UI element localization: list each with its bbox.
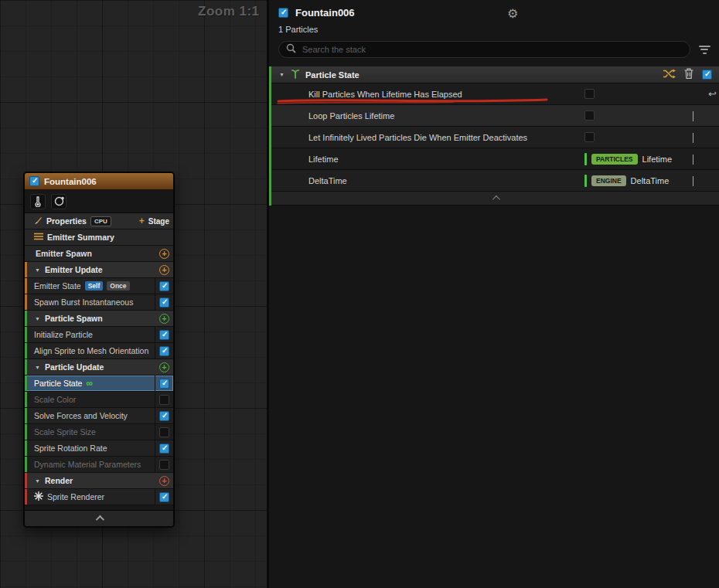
collapse-triangle-icon[interactable]: ▼: [278, 72, 285, 77]
stack-search-input[interactable]: [301, 44, 683, 55]
emitter-node-title: Fountain006: [44, 177, 97, 186]
node-row-sprite-renderer[interactable]: Sprite Renderer: [25, 489, 173, 505]
node-row-scale-sprite-size[interactable]: Scale Sprite Size: [25, 424, 173, 440]
lifetime-value[interactable]: Lifetime: [642, 155, 673, 164]
spawn-burst-checkbox[interactable]: [159, 297, 169, 308]
emitter-enabled-checkbox[interactable]: [278, 8, 288, 18]
stack-collapse-button[interactable]: [271, 192, 719, 206]
emitter-node-toolbar: [25, 190, 173, 213]
emitter-node-header[interactable]: Fountain006: [25, 173, 173, 190]
emitter-state-label: Emitter State: [34, 281, 81, 291]
emitter-update-label: Emitter Update: [45, 265, 103, 274]
collapse-triangle-icon[interactable]: ▼: [34, 267, 41, 273]
node-row-particle-spawn[interactable]: ▼ Particle Spawn +: [25, 311, 173, 327]
node-row-align-sprite[interactable]: Align Sprite to Mesh Orientation: [25, 343, 173, 359]
sprite-rotation-checkbox[interactable]: [159, 444, 169, 454]
property-row-deltatime[interactable]: DeltaTime ENGINE DeltaTime: [271, 170, 719, 192]
chevron-down-icon[interactable]: [693, 155, 693, 164]
node-row-particle-state[interactable]: Particle State ∞: [25, 376, 173, 392]
particles-namespace-pill[interactable]: PARTICLES: [591, 154, 638, 165]
node-row-properties[interactable]: Properties CPU + Stage: [25, 213, 173, 229]
orbit-icon[interactable]: [51, 194, 66, 209]
align-sprite-label: Align Sprite to Mesh Orientation: [34, 346, 148, 355]
node-row-solve-forces[interactable]: Solve Forces and Velocity: [25, 408, 173, 424]
node-row-spawn-burst[interactable]: Spawn Burst Instantaneous: [25, 294, 173, 311]
trash-icon[interactable]: [684, 68, 693, 82]
scale-sprite-size-checkbox[interactable]: [159, 427, 169, 437]
filter-icon[interactable]: [697, 46, 711, 54]
deltatime-value[interactable]: DeltaTime: [631, 176, 670, 185]
input-link-bar: [584, 175, 587, 187]
dynamic-material-checkbox[interactable]: [159, 460, 169, 470]
particle-state-label: Particle State: [34, 379, 82, 388]
chevron-up-icon: [492, 195, 500, 203]
summary-list-icon: [34, 233, 43, 242]
add-module-icon[interactable]: +: [159, 314, 169, 324]
chevron-up-icon: [96, 515, 104, 524]
zoom-level-label: Zoom 1:1: [198, 4, 260, 19]
add-renderer-icon[interactable]: +: [159, 476, 169, 486]
collapse-triangle-icon[interactable]: ▼: [34, 478, 41, 484]
node-row-emitter-update[interactable]: ▼ Emitter Update +: [25, 262, 173, 278]
particle-state-stack: ▼ Particle State Kill Particles When Lif…: [269, 66, 719, 206]
align-sprite-checkbox[interactable]: [159, 346, 169, 356]
node-row-emitter-state[interactable]: Emitter State Self Once: [25, 278, 173, 294]
sprite-renderer-label: Sprite Renderer: [47, 492, 104, 501]
node-row-emitter-summary[interactable]: Emitter Summary: [25, 229, 173, 246]
property-row-loop-particles[interactable]: Loop Particles Lifetime: [271, 105, 719, 127]
chevron-down-icon[interactable]: [693, 176, 693, 185]
scale-color-label: Scale Color: [34, 395, 76, 404]
collapse-triangle-icon[interactable]: ▼: [34, 316, 41, 321]
particle-state-checkbox[interactable]: [159, 379, 169, 389]
emitter-enabled-checkbox[interactable]: [29, 176, 39, 186]
property-row-lifetime[interactable]: Lifetime PARTICLES Lifetime: [271, 148, 719, 170]
let-infinitely-checkbox[interactable]: [584, 132, 595, 142]
initialize-particle-checkbox[interactable]: [159, 330, 169, 340]
add-module-icon[interactable]: +: [159, 362, 169, 372]
cpu-badge: CPU: [90, 216, 111, 226]
particles-count-label: 1 Particles: [278, 25, 711, 34]
thermometer-icon[interactable]: [30, 194, 46, 209]
chevron-down-icon[interactable]: [693, 111, 693, 121]
node-row-emitter-spawn[interactable]: Emitter Spawn +: [25, 246, 173, 262]
details-title: Fountain006: [295, 7, 355, 19]
node-row-dynamic-material[interactable]: Dynamic Material Parameters: [25, 457, 173, 473]
stack-search-box[interactable]: [278, 41, 690, 58]
input-link-bar: [584, 153, 587, 165]
lifetime-label: Lifetime: [308, 155, 339, 164]
self-badge: Self: [85, 281, 104, 291]
add-module-icon[interactable]: +: [159, 265, 169, 275]
engine-namespace-pill[interactable]: ENGINE: [591, 175, 626, 186]
gear-icon[interactable]: ⚙: [507, 6, 518, 21]
emitter-state-checkbox[interactable]: [159, 281, 169, 291]
reset-to-default-icon[interactable]: ↩: [708, 88, 717, 100]
node-row-particle-update[interactable]: ▼ Particle Update +: [25, 359, 173, 376]
niagara-graph-viewport[interactable]: Zoom 1:1 Fountain006 Properties CPU + St…: [0, 0, 269, 588]
particle-state-section-header[interactable]: ▼ Particle State: [271, 66, 719, 83]
solve-forces-checkbox[interactable]: [159, 411, 169, 421]
add-stage-plus-icon[interactable]: +: [139, 216, 145, 226]
property-row-let-infinitely[interactable]: Let Infinitely Lived Particles Die When …: [271, 127, 719, 148]
collapse-triangle-icon[interactable]: ▼: [34, 365, 41, 370]
node-row-sprite-rotation[interactable]: Sprite Rotation Rate: [25, 440, 173, 457]
sprout-icon: [291, 68, 300, 82]
sprite-rotation-label: Sprite Rotation Rate: [34, 444, 107, 453]
kill-particles-checkbox[interactable]: [584, 89, 595, 99]
node-row-initialize-particle[interactable]: Initialize Particle: [25, 327, 173, 343]
property-row-kill-particles[interactable]: Kill Particles When Lifetime Has Elapsed…: [271, 83, 719, 105]
scale-color-checkbox[interactable]: [159, 395, 169, 405]
sprite-renderer-checkbox[interactable]: [159, 492, 169, 502]
chevron-down-icon[interactable]: [693, 133, 693, 142]
node-row-scale-color[interactable]: Scale Color: [25, 392, 173, 408]
deltatime-label: DeltaTime: [308, 176, 347, 185]
emitter-node-fountain006[interactable]: Fountain006 Properties CPU + Stage: [23, 172, 175, 528]
add-stage-button[interactable]: Stage: [148, 217, 169, 226]
loop-particles-checkbox[interactable]: [584, 110, 595, 121]
node-row-render[interactable]: ▼ Render +: [25, 473, 173, 489]
section-enabled-checkbox[interactable]: [702, 70, 712, 80]
emitter-summary-label: Emitter Summary: [47, 233, 114, 242]
shuffle-icon[interactable]: [663, 68, 676, 82]
add-module-icon[interactable]: +: [159, 249, 169, 259]
brush-icon: [34, 216, 43, 226]
node-collapse-button[interactable]: [25, 511, 173, 526]
